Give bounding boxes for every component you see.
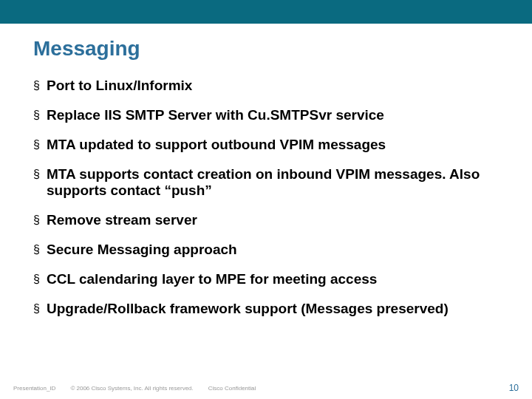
bullet-icon: §	[33, 107, 41, 123]
copyright-text: © 2006 Cisco Systems, Inc. All rights re…	[70, 385, 193, 392]
slide-footer: Presentation_ID © 2006 Cisco Systems, In…	[13, 383, 519, 393]
bullet-icon: §	[33, 78, 41, 94]
confidential-label: Cisco Confidential	[208, 385, 256, 392]
page-number: 10	[509, 383, 519, 393]
title-bar	[0, 0, 532, 24]
list-item: § Remove stream server	[33, 212, 499, 228]
list-item-text: CCL calendaring layer to MPE for meeting…	[47, 271, 377, 287]
bullet-icon: §	[33, 271, 41, 287]
list-item: § Secure Messaging approach	[33, 242, 499, 258]
list-item-text: Port to Linux/Informix	[47, 78, 192, 94]
slide-title: Messaging	[33, 37, 140, 61]
list-item-text: Remove stream server	[47, 212, 197, 228]
list-item-text: Upgrade/Rollback framework support (Mess…	[47, 301, 449, 317]
list-item: § Port to Linux/Informix	[33, 78, 499, 94]
list-item: § Replace IIS SMTP Server with Cu.SMTPSv…	[33, 107, 499, 123]
bullet-icon: §	[33, 137, 41, 153]
list-item: § Upgrade/Rollback framework support (Me…	[33, 301, 499, 317]
bullet-icon: §	[33, 301, 41, 317]
bullet-icon: §	[33, 242, 41, 258]
list-item-text: MTA updated to support outbound VPIM mes…	[47, 137, 386, 153]
bullet-icon: §	[33, 212, 41, 228]
list-item-text: Secure Messaging approach	[47, 242, 237, 258]
list-item-text: MTA supports contact creation on inbound…	[47, 166, 499, 199]
bullet-list: § Port to Linux/Informix § Replace IIS S…	[33, 78, 499, 330]
bullet-icon: §	[33, 166, 41, 183]
list-item-text: Replace IIS SMTP Server with Cu.SMTPSvr …	[47, 107, 384, 123]
presentation-id: Presentation_ID	[13, 385, 55, 392]
list-item: § CCL calendaring layer to MPE for meeti…	[33, 271, 499, 287]
list-item: § MTA updated to support outbound VPIM m…	[33, 137, 499, 153]
list-item: § MTA supports contact creation on inbou…	[33, 166, 499, 199]
